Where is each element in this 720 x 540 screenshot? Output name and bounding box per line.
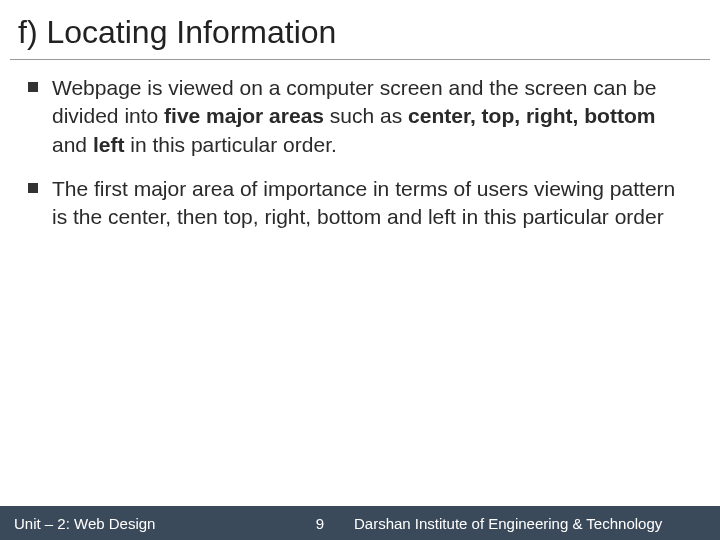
bullet-text: Webpage is viewed on a computer screen a… xyxy=(52,74,692,159)
text-fragment: such as xyxy=(324,104,408,127)
text-bold: left xyxy=(93,133,125,156)
footer-unit: Unit – 2: Web Design xyxy=(0,515,300,532)
text-fragment: in this particular order. xyxy=(124,133,336,156)
footer-bar: Unit – 2: Web Design 9 Darshan Institute… xyxy=(0,506,720,540)
slide-title: f) Locating Information xyxy=(0,0,720,59)
bullet-item: Webpage is viewed on a computer screen a… xyxy=(28,74,692,159)
content-area: Webpage is viewed on a computer screen a… xyxy=(0,74,720,232)
text-fragment: and xyxy=(52,133,93,156)
footer-institute: Darshan Institute of Engineering & Techn… xyxy=(340,515,720,532)
bullet-marker-icon xyxy=(28,82,38,92)
text-fragment: The first major area of importance in te… xyxy=(52,177,675,228)
text-bold: center, top, right, bottom xyxy=(408,104,655,127)
bullet-item: The first major area of importance in te… xyxy=(28,175,692,232)
footer-page-number: 9 xyxy=(300,515,340,532)
title-divider xyxy=(10,59,710,60)
bullet-text: The first major area of importance in te… xyxy=(52,175,692,232)
bullet-marker-icon xyxy=(28,183,38,193)
text-bold: five major areas xyxy=(164,104,324,127)
